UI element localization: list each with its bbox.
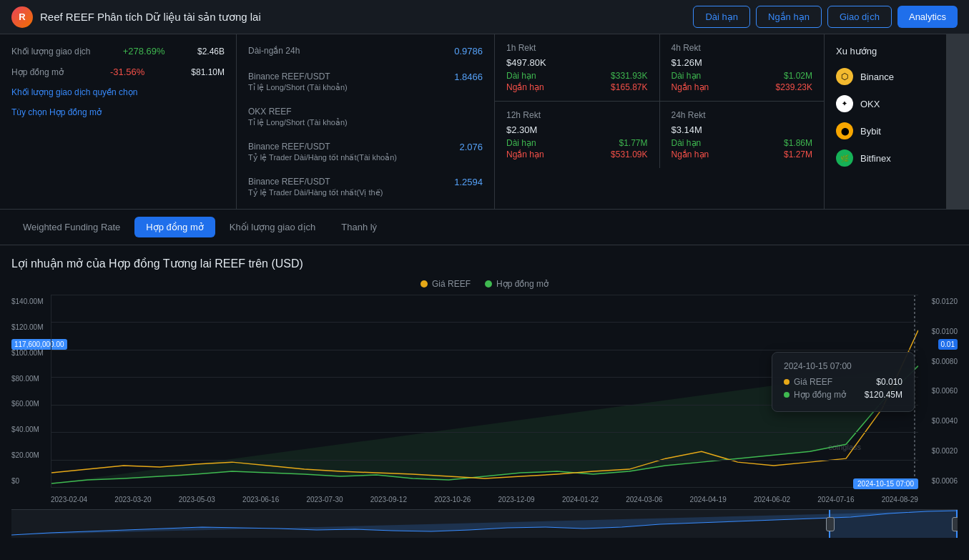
y-right-label-1: $0.0100 — [918, 328, 958, 335]
rekt-short: Ngắn hạn $531.09K — [506, 149, 648, 159]
chart-legend: Giá REEF Hợp đồng mở — [11, 279, 958, 289]
ratio-value: 1.8466 — [454, 72, 483, 82]
y-axis-right: 0.01 $0.0120$0.0100$0.0080$0.0060$0.0040… — [918, 295, 958, 488]
chart-title: Lợi nhuận mở của Hợp đồng Tương lai REEF… — [11, 257, 958, 270]
y-left-label-2: $100.00M — [11, 349, 51, 357]
legend-label-0: Giá REEF — [432, 279, 471, 289]
y-right-label-3: $0.0060 — [918, 387, 958, 395]
y-left-label-5: $40.00M — [11, 426, 51, 433]
trend-name: Bitfinex — [860, 153, 891, 164]
y-right-label-4: $0.0040 — [918, 417, 958, 425]
x-label-9: 2024-03-06 — [626, 496, 662, 503]
watermark: coinglass — [828, 443, 861, 451]
rekt-cell-2: 12h Rekt $2.30M Dài hạn $1.77M Ngắn hạn … — [495, 102, 659, 168]
tab-weighted-funding-rate[interactable]: Weighted Funding Rate — [11, 217, 132, 237]
y-left-label-3: $80.00M — [11, 375, 51, 383]
trend-item-bitfinex[interactable]: 🌿 Bitfinex — [836, 149, 935, 167]
trends-panel: Xu hướng ⬡ Binance ✦ OKX ⬤ Bybit 🌿 Bitfi… — [825, 34, 946, 209]
nav-handle-right[interactable] — [952, 517, 958, 531]
x-label-11: 2024-06-02 — [754, 496, 790, 503]
rekt-long: Dài hạn $1.02M — [672, 71, 813, 81]
rekt-long: Dài hạn $1.86M — [672, 138, 813, 148]
y-left-label-0: $140.00M — [11, 298, 51, 305]
y-left-label-7: $0 — [11, 477, 51, 485]
navigator-svg — [11, 510, 958, 538]
trade-button[interactable]: Giao dịch — [827, 6, 892, 28]
tooltip-date: 2024-10-15 07:00 — [784, 361, 902, 371]
legend-label-1: Hợp đồng mở — [496, 279, 549, 289]
open-contracts-row: Hợp đồng mở -31.56% $81.10M — [11, 67, 225, 77]
x-label-1: 2023-03-20 — [114, 496, 151, 503]
trend-item-okx[interactable]: ✦ OKX — [836, 95, 935, 112]
trading-volume-row: Khối lượng giao dịch +278.69% $2.46B — [11, 46, 225, 57]
stats-grid: Khối lượng giao dịch +278.69% $2.46B Hợp… — [0, 34, 969, 210]
header-buttons: Dài hạn Ngắn hạn Giao dịch Analytics — [693, 6, 958, 28]
chart-navigator[interactable] — [11, 509, 958, 538]
rekt-time: 4h Rekt — [672, 43, 813, 53]
y-right-label-6: $0.0006 — [918, 477, 958, 485]
rekt-cell-1: 4h Rekt $1.26M Dài hạn $1.02M Ngắn hạn $… — [660, 34, 825, 101]
ratio-subtitle: Tỉ lệ Long/Short (Tài khoản) — [248, 118, 348, 127]
legend-dot-0 — [420, 280, 428, 288]
date-cursor: 2024-10-15 07:00 — [853, 478, 918, 489]
ratio-value: 0.9786 — [454, 46, 483, 57]
ratio-row-3: Binance REEF/USDT Tỷ lệ Trader Dài/Hàng … — [248, 142, 483, 162]
tooltip-oi-label: Hợp đồng mở — [784, 390, 846, 400]
y-right-label-0: $0.0120 — [918, 298, 958, 305]
ratio-title: OKX REEF — [248, 107, 348, 117]
options-oi-link[interactable]: Tùy chọn Hợp đồng mở — [11, 107, 102, 117]
ratio-row-1: Binance REEF/USDT Tỉ lệ Long/Short (Tài … — [248, 72, 483, 92]
open-contracts-change: -31.56% — [110, 67, 144, 77]
nav-selection[interactable] — [829, 510, 958, 538]
x-axis: 2023-02-042023-03-202023-05-032023-06-16… — [51, 489, 918, 509]
ratio-subtitle: Tỷ lệ Trader Dài/Hàng tốt nhất(Vị thế) — [248, 188, 383, 197]
tooltip-oi-value: $120.45M — [865, 390, 902, 400]
ratios-panel: Dài-ngắn 24h 0.9786 Binance REEF/USDT Tỉ… — [237, 34, 494, 209]
x-label-10: 2024-04-19 — [690, 496, 727, 503]
rekt-short: Ngắn hạn $1.27M — [672, 149, 813, 159]
price-dot — [784, 379, 790, 385]
open-contracts-value: $81.10M — [191, 67, 225, 77]
trend-item-binance[interactable]: ⬡ Binance — [836, 68, 935, 85]
ratio-value: 1.2594 — [454, 177, 483, 187]
tab-khối-lượng-giao-dịch[interactable]: Khối lượng giao dịch — [218, 217, 328, 237]
tab-hợp-đồng-mở[interactable]: Hợp đồng mở — [134, 217, 215, 237]
tab-thanh-lý[interactable]: Thanh lý — [330, 217, 388, 237]
tabs-bar: Weighted Funding RateHợp đồng mởKhối lượ… — [0, 210, 969, 245]
long-term-button[interactable]: Dài hạn — [693, 6, 750, 28]
logo: R — [11, 6, 33, 28]
options-oi-row: Tùy chọn Hợp đồng mở — [11, 107, 225, 117]
rekt-time: 12h Rekt — [506, 110, 648, 120]
y-left-label-4: $60.00M — [11, 400, 51, 408]
y-left-label-1: $120.00M — [11, 323, 51, 331]
y-axis-left: 117,600,000.00 $140.00M$120.00M$100.00M$… — [11, 295, 51, 488]
bitfinex-logo-icon: 🌿 — [836, 149, 853, 167]
x-label-8: 2024-01-22 — [562, 496, 599, 503]
tooltip-price-value: $0.010 — [876, 377, 902, 387]
options-volume-link[interactable]: Khối lượng giao dịch quyền chọn — [11, 87, 137, 97]
ratio-row-0: Dài-ngắn 24h 0.9786 — [248, 46, 483, 57]
trading-volume-label: Khối lượng giao dịch — [11, 46, 90, 57]
nav-handle-left[interactable] — [826, 517, 835, 531]
y-left-label-6: $20.00M — [11, 451, 51, 459]
x-label-6: 2023-10-26 — [434, 496, 471, 503]
ratio-subtitle: Tỷ lệ Trader Dài/Hàng tốt nhất(Tài khoản… — [248, 153, 397, 162]
rekt-long: Dài hạn $1.77M — [506, 138, 648, 148]
oi-dot — [784, 392, 790, 398]
x-label-7: 2023-12-09 — [498, 496, 535, 503]
ratio-subtitle: Tỉ lệ Long/Short (Tài khoản) — [248, 83, 348, 92]
ratio-title: Binance REEF/USDT — [248, 142, 397, 152]
x-label-12: 2024-07-16 — [817, 496, 854, 503]
bybit-logo-icon: ⬤ — [836, 122, 853, 139]
trend-name: OKX — [860, 99, 880, 109]
rekt-total: $1.26M — [672, 57, 813, 68]
header: R Reef REEF Phân tích Dữ liệu tài sản tư… — [0, 0, 969, 34]
short-term-button[interactable]: Ngắn hạn — [756, 6, 822, 28]
legend-item-1: Hợp đồng mở — [485, 279, 549, 289]
legend-dot-1 — [485, 280, 492, 288]
trends-title: Xu hướng — [836, 46, 935, 57]
trend-item-bybit[interactable]: ⬤ Bybit — [836, 122, 935, 139]
analytics-button[interactable]: Analytics — [897, 6, 958, 28]
chart-container: 117,600,000.00 $140.00M$120.00M$100.00M$… — [11, 295, 958, 509]
open-contracts-label: Hợp đồng mở — [11, 67, 64, 77]
